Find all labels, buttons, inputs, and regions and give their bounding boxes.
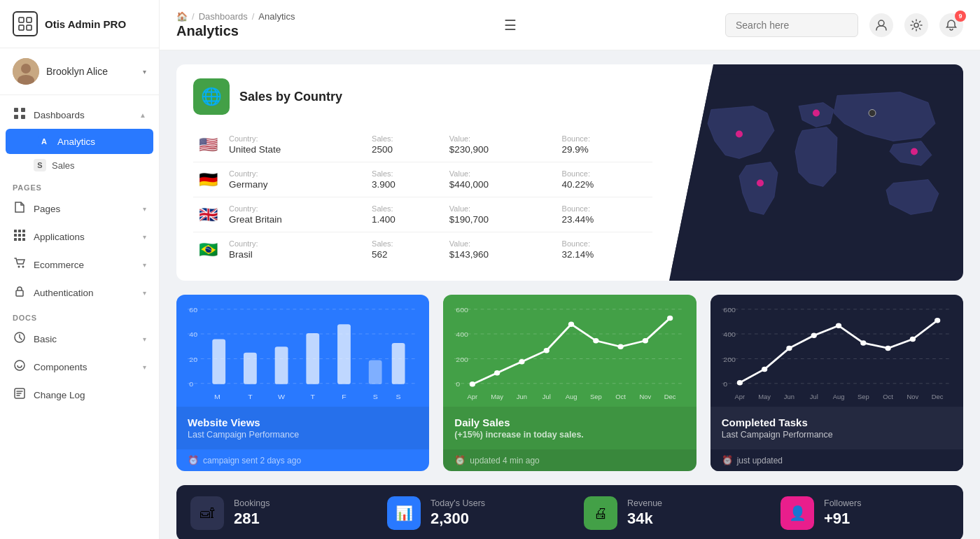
dashboards-chevron-icon: ▲ — [139, 111, 146, 119]
svg-text:Jul: Jul — [542, 394, 551, 401]
svg-text:Nov: Nov — [906, 394, 918, 401]
changelog-label: Change Log — [34, 390, 146, 400]
sidebar-item-dashboards[interactable]: Dashboards ▲ — [0, 101, 159, 129]
completed-tasks-info: Completed Tasks Last Campaign Performanc… — [710, 407, 963, 449]
clock-icon: ⏰ — [188, 455, 199, 465]
completed-tasks-title: Completed Tasks — [722, 416, 952, 428]
svg-rect-14 — [14, 234, 17, 237]
website-views-footer-text: campaign sent 2 days ago — [203, 456, 301, 465]
globe-icon: 🌐 — [193, 78, 230, 115]
svg-point-90 — [736, 380, 742, 386]
stat-item: 🛋 Bookings 281 — [176, 485, 373, 539]
svg-text:0: 0 — [456, 381, 461, 388]
sidebar-item-changelog[interactable]: Change Log — [0, 381, 159, 409]
stat-text: Revenue 34k — [627, 498, 662, 528]
user-profile-icon[interactable] — [869, 13, 893, 37]
stat-icon: 🛋 — [190, 496, 224, 530]
basic-chevron-icon: ▾ — [143, 335, 146, 343]
dashboards-label: Dashboards — [34, 110, 132, 120]
breadcrumb: 🏠 / Dashboards / Analytics — [176, 11, 295, 22]
sidebar-item-basic[interactable]: Basic ▾ — [0, 325, 159, 353]
svg-point-96 — [885, 346, 890, 351]
sidebar-logo: Otis Admin PRO — [0, 0, 159, 48]
applications-chevron-icon: ▾ — [143, 233, 146, 241]
value-cell: Value:$190,700 — [444, 197, 556, 232]
sidebar-item-ecommerce[interactable]: Ecommerce ▾ — [0, 251, 159, 279]
sidebar-item-pages[interactable]: Pages ▾ — [0, 195, 159, 223]
svg-point-95 — [860, 340, 866, 346]
sales-cell: Sales:1.400 — [366, 197, 444, 232]
svg-text:Aug: Aug — [566, 394, 578, 401]
breadcrumb-dashboards[interactable]: Dashboards — [199, 11, 248, 22]
flag-cell: 🇧🇷 — [193, 232, 223, 267]
svg-point-31 — [869, 110, 876, 117]
sidebar-user[interactable]: Brooklyn Alice ▾ — [0, 48, 159, 95]
basic-icon — [13, 331, 27, 346]
stat-label: Followers — [824, 498, 862, 508]
svg-rect-44 — [275, 346, 288, 384]
svg-point-21 — [22, 266, 24, 268]
notifications-icon[interactable]: 9 — [939, 13, 963, 37]
sidebar-item-authentication[interactable]: Authentication ▾ — [0, 279, 159, 307]
stat-icon: 👤 — [780, 496, 814, 530]
stat-label: Revenue — [627, 498, 662, 508]
pages-icon — [13, 201, 27, 216]
sidebar-navigation: Dashboards ▲ A Analytics S Sales PAGES P… — [0, 95, 159, 414]
svg-text:Oct: Oct — [616, 394, 626, 401]
website-views-title: Website Views — [188, 416, 418, 428]
clock-icon-2: ⏰ — [454, 455, 465, 465]
sales-dot: S — [34, 159, 46, 172]
svg-rect-47 — [369, 360, 382, 384]
bounce-cell: Bounce:40.22% — [556, 162, 652, 197]
svg-rect-42 — [212, 340, 225, 384]
world-map — [669, 64, 963, 281]
svg-rect-3 — [27, 25, 31, 30]
value-cell: Value:$440,000 — [444, 162, 556, 197]
svg-rect-8 — [21, 108, 25, 112]
svg-rect-1 — [27, 18, 31, 22]
hamburger-menu[interactable]: ☰ — [504, 17, 517, 34]
svg-rect-12 — [18, 230, 21, 232]
table-row: 🇺🇸 Country:United State Sales:2500 Value… — [193, 127, 652, 162]
svg-text:T: T — [248, 393, 252, 400]
svg-text:Jul: Jul — [809, 394, 818, 401]
breadcrumb-sep2: / — [252, 11, 255, 22]
breadcrumb-current: Analytics — [258, 11, 295, 22]
components-label: Components — [34, 362, 136, 372]
sales-table-area: 🌐 Sales by Country 🇺🇸 Country:United Sta… — [176, 64, 669, 281]
svg-point-27 — [914, 23, 918, 27]
stat-label: Today's Users — [430, 498, 485, 508]
svg-text:F: F — [342, 393, 346, 400]
table-row: 🇩🇪 Country:Germany Sales:3.900 Value:$44… — [193, 162, 652, 197]
svg-point-98 — [934, 318, 940, 323]
sidebar-item-sales[interactable]: S Sales — [0, 154, 159, 176]
stat-value: 34k — [627, 510, 662, 528]
flag-cell: 🇩🇪 — [193, 162, 223, 197]
pages-section-label: PAGES — [0, 176, 159, 195]
stat-value: 281 — [234, 510, 270, 528]
search-input[interactable] — [725, 13, 858, 37]
svg-point-33 — [757, 180, 764, 187]
svg-rect-16 — [22, 234, 25, 237]
sidebar-item-analytics[interactable]: A Analytics — [6, 129, 153, 154]
main-content: 🏠 / Dashboards / Analytics Analytics ☰ — [160, 0, 980, 539]
svg-point-94 — [836, 323, 841, 329]
daily-sales-chart: 600 400 200 0 — [443, 295, 696, 407]
sidebar-item-components[interactable]: Components ▾ — [0, 353, 159, 381]
value-cell: Value:$230,900 — [444, 127, 556, 162]
svg-rect-7 — [14, 108, 18, 112]
table-row: 🇧🇷 Country:Brasil Sales:562 Value:$143,9… — [193, 232, 652, 267]
sales-cell: Sales:562 — [366, 232, 444, 267]
settings-icon[interactable] — [904, 13, 928, 37]
svg-text:0: 0 — [723, 381, 727, 388]
svg-point-68 — [568, 321, 574, 327]
flag-cell: 🇬🇧 — [193, 197, 223, 232]
authentication-chevron-icon: ▾ — [143, 289, 146, 297]
basic-label: Basic — [34, 334, 136, 344]
svg-point-24 — [15, 360, 24, 370]
sidebar-item-applications[interactable]: Applications ▾ — [0, 223, 159, 251]
stat-item: 📊 Today's Users 2,300 — [373, 485, 570, 539]
svg-rect-18 — [18, 238, 21, 241]
bounce-cell: Bounce:29.9% — [556, 127, 652, 162]
daily-sales-subtitle: (+15%) increase in today sales. — [454, 430, 685, 440]
